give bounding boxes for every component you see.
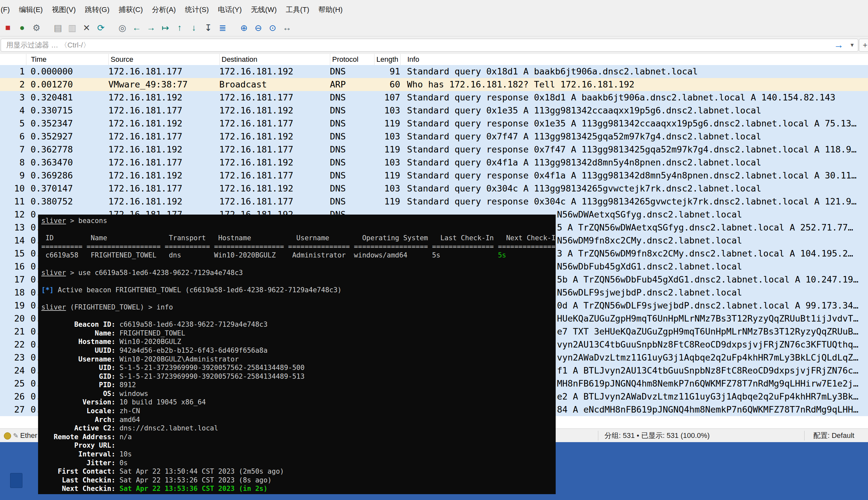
terminal-line: UUID: 942a4d56-eb2b-b152-6f43-6d469f656a… bbox=[41, 346, 556, 355]
packet-row[interactable]: 60.352927172.16.181.177172.16.181.192DNS… bbox=[0, 130, 868, 143]
go-forward-icon[interactable]: → bbox=[144, 21, 158, 34]
terminal-line: Proxy URL: bbox=[41, 441, 556, 450]
menu-item-4[interactable]: 捕获(C) bbox=[114, 5, 148, 15]
terminal-line: Username: Win10-2020BGULZ\Administrator bbox=[41, 355, 556, 364]
capture-file-label: Ether bbox=[20, 429, 37, 442]
resize-columns-icon[interactable]: ↔ bbox=[280, 21, 294, 34]
go-to-packet-icon[interactable]: ↦ bbox=[158, 21, 173, 34]
packet-info-tail: 5b A TrZQN56wDbFub45gXdG1.dnsc2.labnet.l… bbox=[557, 273, 859, 286]
terminal-line: Next Checkin: Sat Apr 22 13:53:36 CST 20… bbox=[41, 485, 556, 493]
sliver-terminal[interactable]: sliver > beacons ID Name Transport Hostn… bbox=[38, 215, 556, 494]
column-header-info[interactable]: Info bbox=[400, 54, 868, 65]
terminal-line: UID: S-1-5-21-3723969990-3920057562-2584… bbox=[41, 363, 556, 372]
packet-info-tail: 5 A TrZQN56wDWAetxqSGfyg.dnsc2.labnet.lo… bbox=[557, 221, 853, 234]
open-capture-file-icon[interactable]: ▤ bbox=[51, 21, 65, 34]
expert-info-icon[interactable] bbox=[4, 432, 11, 440]
go-back-icon[interactable]: ← bbox=[130, 21, 144, 34]
menu-item-3[interactable]: 跳转(G) bbox=[80, 5, 114, 15]
statusbar-divider bbox=[804, 431, 804, 441]
column-header-no[interactable] bbox=[0, 54, 26, 65]
terminal-line: Name: FRIGHTENED_TOWEL bbox=[41, 329, 556, 338]
go-first-packet-icon[interactable]: ↑ bbox=[173, 21, 187, 34]
wireshark-window: (F)编辑(E)视图(V)跳转(G)捕获(C)分析(A)统计(S)电话(Y)无线… bbox=[0, 0, 868, 500]
zoom-reset-icon[interactable]: ⊙ bbox=[266, 21, 280, 34]
terminal-line: Hostname: Win10-2020BGULZ bbox=[41, 338, 556, 346]
terminal-line: Active C2: dns://dnsc2.labnet.local bbox=[41, 424, 556, 433]
terminal-line: c6619a58 FRIGHTENED_TOWEL dns Win10-2020… bbox=[41, 251, 556, 260]
terminal-line bbox=[41, 277, 556, 286]
stop-capture-icon[interactable]: ■ bbox=[1, 21, 15, 34]
reload-capture-icon[interactable]: ⟳ bbox=[94, 21, 108, 34]
packet-info-tail: vyn2AU13C4tbGuuSnpbNz8FtC8ReoCD9dxpsjvjF… bbox=[557, 338, 859, 351]
packet-row[interactable]: 40.330715172.16.181.177172.16.181.192DNS… bbox=[0, 104, 868, 117]
save-capture-file-icon[interactable]: ▥ bbox=[65, 21, 79, 34]
packet-info-tail: MH8nFB619pJNGNQ4hm8NemkP7n6QWKMFZ78T7nRd… bbox=[557, 377, 859, 390]
zoom-in-icon[interactable]: ⊕ bbox=[237, 21, 251, 34]
column-header-length[interactable]: Length bbox=[374, 54, 400, 65]
packet-counts: 分组: 531 • 已显示: 531 (100.0%) bbox=[604, 429, 710, 442]
packet-info-tail: N56wDWAetxqSGfyg.dnsc2.labnet.local bbox=[557, 208, 742, 221]
terminal-line: sliver > use c6619a58-1ed6-4238-9622-712… bbox=[41, 269, 556, 277]
menu-item-10[interactable]: 帮助(H) bbox=[314, 5, 347, 15]
colorize-packets-icon[interactable]: ≣ bbox=[215, 21, 230, 34]
close-capture-file-icon[interactable]: ✕ bbox=[79, 21, 94, 34]
desktop-shortcut-icon[interactable] bbox=[10, 473, 22, 488]
go-last-packet-icon[interactable]: ↓ bbox=[187, 21, 201, 34]
zoom-out-icon[interactable]: ⊖ bbox=[251, 21, 266, 34]
filter-dropdown-icon[interactable]: ▼ bbox=[849, 39, 855, 52]
packet-row[interactable]: 100.370147172.16.181.177172.16.181.192DN… bbox=[0, 182, 868, 195]
find-packet-icon[interactable]: ◎ bbox=[115, 21, 130, 34]
main-toolbar: ■●⚙▤▥✕⟳◎←→↦↑↓↧≣⊕⊖⊙↔ bbox=[0, 20, 868, 36]
packet-info-tail: f1 A BTLJvyn2AU13C4tbGuuSnpbNz8FtC8ReoCD… bbox=[557, 364, 859, 377]
terminal-line: Remote Address: n/a bbox=[41, 433, 556, 442]
column-header-destination[interactable]: Destination bbox=[219, 54, 330, 65]
menu-item-7[interactable]: 电话(Y) bbox=[213, 5, 246, 15]
menu-item-2[interactable]: 视图(V) bbox=[47, 5, 80, 15]
terminal-line: sliver (FRIGHTENED_TOWEL) > info bbox=[41, 303, 556, 312]
packet-info-tail: N56wDLF9sjwejbdP.dnsc2.labnet.local bbox=[557, 286, 742, 299]
terminal-line: GID: S-1-5-21-3723969990-3920057562-2584… bbox=[41, 372, 556, 381]
column-header-source[interactable]: Source bbox=[108, 54, 219, 65]
menu-bar: (F)编辑(E)视图(V)跳转(G)捕获(C)分析(A)统计(S)电话(Y)无线… bbox=[0, 0, 868, 20]
terminal-line bbox=[41, 260, 556, 269]
menu-item-9[interactable]: 工具(T) bbox=[281, 5, 314, 15]
terminal-line: Jitter: 0s bbox=[41, 459, 556, 467]
menu-item-6[interactable]: 统计(S) bbox=[180, 5, 213, 15]
add-filter-button[interactable]: ＋ bbox=[859, 39, 868, 52]
packet-info-tail: 84 A eNcdMH8nFB619pJNGNQ4hm8NemkP7n6QWKM… bbox=[557, 403, 859, 416]
terminal-line: Last Checkin: Sat Apr 22 13:53:26 CST 20… bbox=[41, 476, 556, 485]
packet-row[interactable]: 30.320481172.16.181.192172.16.181.177DNS… bbox=[0, 91, 868, 104]
terminal-line: Arch: amd64 bbox=[41, 416, 556, 424]
packet-info-tail: HUeKQaZUGuZgpH9mqT6UnHpMLrNMz7Bs3T12Ryzy… bbox=[557, 312, 859, 325]
packet-row[interactable]: 20.001270VMware_49:38:77BroadcastARP60Wh… bbox=[0, 78, 868, 91]
menu-item-5[interactable]: 分析(A) bbox=[147, 5, 180, 15]
terminal-line: [*] Active beacon FRIGHTENED_TOWEL (c661… bbox=[41, 286, 556, 295]
apply-filter-icon[interactable]: → bbox=[834, 39, 844, 51]
menu-item-8[interactable]: 无线(W) bbox=[246, 5, 281, 15]
terminal-line: Version: 10 build 19045 x86_64 bbox=[41, 398, 556, 407]
packet-row[interactable]: 110.380752172.16.181.192172.16.181.177DN… bbox=[0, 195, 868, 208]
menu-item-0[interactable]: (F) bbox=[0, 5, 14, 14]
dot-separator: • bbox=[637, 431, 639, 440]
column-header-time[interactable]: Time bbox=[26, 54, 108, 65]
packet-row[interactable]: 90.369286172.16.181.192172.16.181.177DNS… bbox=[0, 169, 868, 182]
packet-row[interactable]: 50.352347172.16.181.192172.16.181.177DNS… bbox=[0, 117, 868, 130]
display-filter-input[interactable]: 用显示过滤器 … 〈Ctrl-/〉 → ▼ bbox=[1, 39, 858, 52]
profile-selector[interactable]: 配置: Default bbox=[813, 429, 854, 442]
auto-scroll-icon[interactable]: ↧ bbox=[201, 21, 215, 34]
packets-count: 分组: 531 bbox=[604, 431, 635, 440]
capture-comment-icon[interactable]: ✎ bbox=[13, 429, 19, 442]
restart-capture-icon[interactable]: ● bbox=[15, 21, 29, 34]
terminal-line: ID Name Transport Hostname Username Oper… bbox=[41, 234, 556, 242]
packet-info-tail: e7 TXT 3eHUeKQaZUGuZgpH9mqT6UnHpMLrNMz7B… bbox=[557, 325, 859, 338]
terminal-line: PID: 8912 bbox=[41, 381, 556, 389]
capture-options-icon[interactable]: ⚙ bbox=[29, 21, 44, 34]
packet-row[interactable]: 10.000000172.16.181.177172.16.181.192DNS… bbox=[0, 65, 868, 78]
menu-item-1[interactable]: 编辑(E) bbox=[14, 5, 47, 15]
terminal-output: sliver > beacons ID Name Transport Hostn… bbox=[41, 216, 556, 493]
packet-row[interactable]: 80.363470172.16.181.177172.16.181.192DNS… bbox=[0, 156, 868, 169]
terminal-line: First Contact: Sat Apr 22 13:50:44 CST 2… bbox=[41, 467, 556, 476]
statusbar-divider bbox=[598, 431, 598, 441]
packet-row[interactable]: 70.362778172.16.181.192172.16.181.177DNS… bbox=[0, 143, 868, 156]
column-header-protocol[interactable]: Protocol bbox=[330, 54, 374, 65]
